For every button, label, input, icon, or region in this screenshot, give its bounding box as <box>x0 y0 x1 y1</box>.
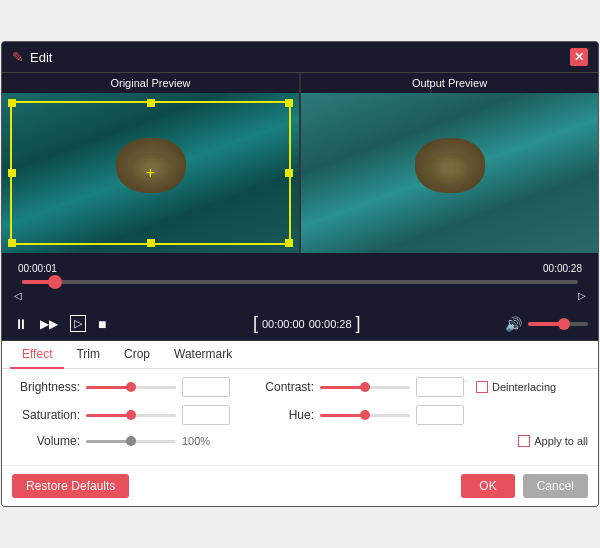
cancel-button[interactable]: Cancel <box>523 474 588 498</box>
crop-handle-tm[interactable] <box>147 99 155 107</box>
hue-input[interactable]: ▲ ▼ <box>416 405 464 425</box>
output-preview-label: Output Preview <box>301 73 598 93</box>
deinterlacing-checkbox[interactable] <box>476 381 488 393</box>
fast-forward-button[interactable]: ▶▶ <box>38 315 60 333</box>
preview-area: Original Preview + <box>2 73 598 253</box>
timeline-bar[interactable] <box>22 274 578 290</box>
brightness-row: Brightness: ▲ ▼ Contrast: <box>12 377 588 397</box>
title-bar: ✎ Edit ✕ <box>2 42 598 73</box>
saturation-label: Saturation: <box>12 408 80 422</box>
crop-handle-tr[interactable] <box>285 99 293 107</box>
crop-handle-rm[interactable] <box>285 169 293 177</box>
volume-slider[interactable] <box>528 322 588 326</box>
volume-row: Volume: 100% Apply to all <box>12 433 588 449</box>
timeline-area: 00:00:01 00:00:28 ◁ ▷ <box>2 253 598 307</box>
fast-forward-icon: ▶▶ <box>40 317 58 331</box>
volume-icon: 🔊 <box>505 316 522 332</box>
volume-percent: 100% <box>182 435 210 447</box>
hue-thumb[interactable] <box>360 410 370 420</box>
brightness-label: Brightness: <box>12 380 80 394</box>
trim-handle-right[interactable]: ▷ <box>578 290 586 301</box>
trim-handles: ◁ ▷ <box>12 290 588 301</box>
controls-area: ⏸ ▶▶ ▷ ■ [ 00:00:00 00:00:28 ] 🔊 <box>2 307 598 341</box>
crop-handle-bl[interactable] <box>8 239 16 247</box>
tab-watermark[interactable]: Watermark <box>162 341 244 369</box>
timeline-start-time: 00:00:01 <box>18 263 57 274</box>
edit-icon: ✎ <box>12 49 24 65</box>
contrast-group: Contrast: ▲ ▼ <box>236 377 588 397</box>
tab-trim[interactable]: Trim <box>64 341 112 369</box>
tabs-row: Effect Trim Crop Watermark <box>2 341 598 369</box>
contrast-label: Contrast: <box>246 380 314 394</box>
timeline-thumb[interactable] <box>48 275 62 289</box>
brightness-thumb[interactable] <box>126 382 136 392</box>
trim-handle-left[interactable]: ◁ <box>14 290 22 301</box>
saturation-row: Saturation: ▲ ▼ Hue: <box>12 405 588 425</box>
saturation-thumb[interactable] <box>126 410 136 420</box>
footer-row: Restore Defaults OK Cancel <box>2 465 598 506</box>
saturation-input[interactable]: ▲ ▼ <box>182 405 230 425</box>
original-preview-label: Original Preview <box>2 73 299 93</box>
apply-all-checkbox[interactable] <box>518 435 530 447</box>
brightness-slider[interactable] <box>86 379 176 395</box>
bracket-close: ] <box>356 313 361 334</box>
timeline-track[interactable] <box>22 280 578 284</box>
original-preview-pane: Original Preview + <box>2 73 299 253</box>
volume-control: 🔊 <box>505 316 588 332</box>
footer-right: OK Cancel <box>461 474 588 498</box>
pause-icon: ⏸ <box>14 316 28 332</box>
apply-all-label: Apply to all <box>534 435 588 447</box>
apply-all-area: Apply to all <box>518 435 588 447</box>
hue-group: Hue: ▲ ▼ <box>236 405 588 425</box>
volume-thumb[interactable] <box>558 318 570 330</box>
volume-effect-thumb[interactable] <box>126 436 136 446</box>
hue-label: Hue: <box>246 408 314 422</box>
timeline-times: 00:00:01 00:00:28 <box>12 263 588 274</box>
contrast-value[interactable] <box>417 381 464 393</box>
crop-handle-tl[interactable] <box>8 99 16 107</box>
stop-button[interactable]: ■ <box>96 314 108 334</box>
contrast-slider[interactable] <box>320 379 410 395</box>
deinterlacing-area: Deinterlacing <box>476 381 556 393</box>
saturation-value[interactable] <box>183 409 230 421</box>
playback-controls: ⏸ ▶▶ ▷ ■ <box>12 313 108 334</box>
edit-window: ✎ Edit ✕ Original Preview <box>1 41 599 507</box>
contrast-input[interactable]: ▲ ▼ <box>416 377 464 397</box>
crop-handle-lm[interactable] <box>8 169 16 177</box>
volume-label: Volume: <box>12 434 80 448</box>
contrast-thumb[interactable] <box>360 382 370 392</box>
stop-icon: ■ <box>98 316 106 332</box>
time-display: [ 00:00:00 00:00:28 ] <box>253 313 361 334</box>
brightness-value[interactable] <box>183 381 230 393</box>
total-time: 00:00:28 <box>309 318 352 330</box>
output-preview-pane: Output Preview <box>301 73 598 253</box>
output-video-frame <box>301 93 598 253</box>
saturation-slider[interactable] <box>86 407 176 423</box>
ok-button[interactable]: OK <box>461 474 514 498</box>
restore-defaults-button[interactable]: Restore Defaults <box>12 474 129 498</box>
original-video-frame: + <box>2 93 299 253</box>
volume-effect-slider[interactable] <box>86 433 176 449</box>
timeline-end-time: 00:00:28 <box>543 263 582 274</box>
current-time: 00:00:00 <box>262 318 305 330</box>
tab-effect[interactable]: Effect <box>10 341 64 369</box>
bottom-panel: Effect Trim Crop Watermark Brightness: <box>2 341 598 506</box>
window-title: Edit <box>30 50 52 65</box>
close-button[interactable]: ✕ <box>570 48 588 66</box>
crop-handle-br[interactable] <box>285 239 293 247</box>
title-bar-left: ✎ Edit <box>12 49 52 65</box>
pause-button[interactable]: ⏸ <box>12 314 30 334</box>
frame-step-button[interactable]: ▷ <box>68 313 88 334</box>
bracket-open: [ <box>253 313 258 334</box>
apply-group: Apply to all <box>216 435 588 447</box>
frame-step-icon: ▷ <box>70 315 86 332</box>
hue-value[interactable] <box>417 409 464 421</box>
tab-crop[interactable]: Crop <box>112 341 162 369</box>
hue-slider[interactable] <box>320 407 410 423</box>
crop-handle-bm[interactable] <box>147 239 155 247</box>
brightness-input[interactable]: ▲ ▼ <box>182 377 230 397</box>
effect-settings: Brightness: ▲ ▼ Contrast: <box>2 369 598 465</box>
deinterlacing-label: Deinterlacing <box>492 381 556 393</box>
